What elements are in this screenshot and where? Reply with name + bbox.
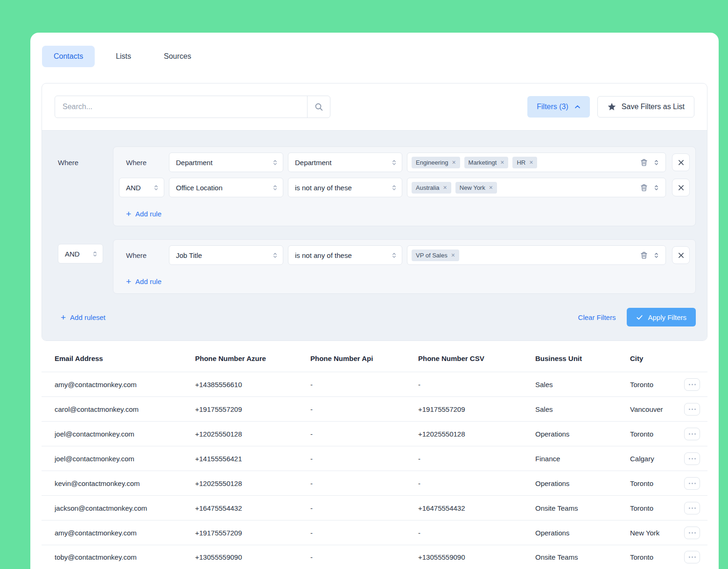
- field-select[interactable]: Job Title: [169, 245, 283, 265]
- clear-filters-button[interactable]: Clear Filters: [578, 313, 616, 321]
- cell-phone-csv: +13055559090: [418, 553, 535, 561]
- values-field[interactable]: Australia×New York×: [407, 178, 666, 197]
- cell-phone-api: -: [310, 504, 418, 512]
- remove-rule-button[interactable]: [672, 246, 690, 264]
- cell-email: toby@contactmonkey.com: [55, 553, 195, 561]
- row-more-button[interactable]: [684, 452, 700, 465]
- reorder-handle-icon[interactable]: [654, 251, 659, 259]
- updown-chevron-icon: [392, 184, 397, 192]
- search-button[interactable]: [307, 96, 330, 118]
- row-more-button[interactable]: [684, 403, 700, 416]
- col-email-address: Email Address: [55, 354, 195, 362]
- tag-remove-icon[interactable]: ×: [452, 159, 455, 166]
- delete-rule-button[interactable]: [640, 159, 648, 167]
- apply-filters-button[interactable]: Apply Filters: [627, 308, 696, 326]
- values-field[interactable]: VP of Sales×: [407, 245, 666, 265]
- row-more-button[interactable]: [684, 477, 700, 490]
- rule-prefix-cell: AND: [119, 178, 164, 197]
- joiner-select-value: AND: [65, 250, 80, 258]
- search-icon: [314, 102, 323, 111]
- row-more-button[interactable]: [684, 551, 700, 563]
- cell-phone-api: -: [310, 529, 418, 537]
- row-more-button[interactable]: [684, 428, 700, 440]
- cell-phone-azure: +12025550128: [195, 430, 310, 438]
- operator-select[interactable]: is not any of these: [288, 245, 402, 265]
- tag-remove-icon[interactable]: ×: [500, 159, 504, 166]
- close-icon: [678, 160, 684, 166]
- remove-rule-button[interactable]: [672, 153, 690, 171]
- row-more-button[interactable]: [684, 502, 700, 514]
- remove-rule-button[interactable]: [672, 179, 690, 196]
- tag-remove-icon[interactable]: ×: [529, 159, 533, 166]
- add-ruleset-button[interactable]: + Add ruleset: [61, 313, 105, 322]
- ruleset-block-1: Where Where Department Department: [58, 146, 696, 226]
- tab-contacts[interactable]: Contacts: [42, 46, 95, 67]
- cell-phone-api: -: [310, 430, 418, 438]
- trash-icon: [640, 251, 648, 259]
- apply-filters-label: Apply Filters: [648, 313, 686, 321]
- table-row: jackson@contactmonkey.com+16475554432-+1…: [42, 495, 707, 520]
- field-select[interactable]: Department: [169, 153, 283, 172]
- col-phone-number-azure: Phone Number Azure: [195, 354, 310, 362]
- table-row: joel@contactmonkey.com+12025550128-+1202…: [42, 421, 707, 446]
- cell-city: Toronto: [630, 504, 680, 512]
- tag-remove-icon[interactable]: ×: [489, 184, 493, 191]
- values-field[interactable]: Engineering×Marketingt×HR×: [407, 153, 666, 172]
- save-filters-label: Save Filters as List: [622, 103, 685, 111]
- trash-icon: [640, 159, 648, 167]
- cell-phone-azure: +14155556421: [195, 455, 310, 463]
- col-phone-number-api: Phone Number Api: [310, 354, 418, 362]
- rule-where-label: Where: [119, 159, 164, 167]
- table-row: carol@contactmonkey.com+19175557209-+191…: [42, 396, 707, 421]
- ruleset-joiner-select[interactable]: AND: [58, 244, 103, 264]
- updown-chevron-icon: [273, 184, 278, 192]
- rule-row: Where Department Department Engineering×…: [119, 153, 690, 172]
- updown-chevron-icon: [392, 251, 397, 259]
- add-rule-button[interactable]: + Add rule: [126, 209, 161, 218]
- tab-sources[interactable]: Sources: [152, 46, 203, 67]
- delete-rule-button[interactable]: [640, 251, 648, 259]
- add-rule-label: Add rule: [135, 278, 161, 285]
- main-card: Contacts Lists Sources Filters (3) Save …: [30, 33, 719, 569]
- operator-select-value: Department: [295, 159, 331, 167]
- field-select[interactable]: Office Location: [169, 178, 283, 197]
- updown-chevron-icon: [154, 184, 159, 192]
- field-select-value: Job Title: [176, 251, 202, 259]
- ruleset-1: Where Department Department Engineering×…: [113, 146, 696, 226]
- row-more-button[interactable]: [684, 378, 700, 391]
- rule-prefix-cell: Where: [119, 251, 164, 259]
- star-icon: [607, 102, 616, 111]
- tag-remove-icon[interactable]: ×: [443, 184, 447, 191]
- close-icon: [678, 252, 684, 258]
- search-input[interactable]: [55, 96, 308, 118]
- cell-city: Vancouver: [630, 405, 680, 413]
- cell-email: carol@contactmonkey.com: [55, 405, 195, 413]
- cell-phone-csv: +12025550128: [418, 430, 535, 438]
- tag-remove-icon[interactable]: ×: [451, 252, 455, 258]
- cell-phone-azure: +12025550128: [195, 479, 310, 487]
- cell-business-unit: Sales: [535, 381, 630, 389]
- row-more-button[interactable]: [684, 527, 700, 539]
- ruleset-2: Where Job Title is not any of these VP o…: [113, 239, 696, 294]
- add-rule-button[interactable]: + Add rule: [126, 277, 161, 286]
- ruleset-prefix-col: Where: [58, 146, 113, 167]
- updown-chevron-icon: [392, 159, 397, 167]
- tab-lists[interactable]: Lists: [104, 46, 143, 67]
- filter-tag: New York×: [455, 182, 497, 194]
- save-filters-as-list-button[interactable]: Save Filters as List: [597, 96, 694, 118]
- operator-select[interactable]: is not any of these: [288, 178, 402, 197]
- operator-select[interactable]: Department: [288, 153, 402, 172]
- reorder-handle-icon[interactable]: [654, 159, 659, 167]
- more-options-icon: [689, 556, 696, 558]
- and-or-select[interactable]: AND: [119, 178, 164, 197]
- cell-business-unit: Onsite Teams: [535, 553, 630, 561]
- filters-button[interactable]: Filters (3): [527, 96, 590, 118]
- cell-business-unit: Operations: [535, 529, 630, 537]
- operator-select-value: is not any of these: [295, 184, 352, 192]
- reorder-handle-icon[interactable]: [654, 184, 659, 192]
- delete-rule-button[interactable]: [640, 184, 648, 192]
- cell-city: Toronto: [630, 553, 680, 561]
- tag-list: Australia×New York×: [412, 182, 497, 194]
- row-actions-cell: [680, 403, 707, 416]
- field-select-value: Department: [176, 159, 212, 167]
